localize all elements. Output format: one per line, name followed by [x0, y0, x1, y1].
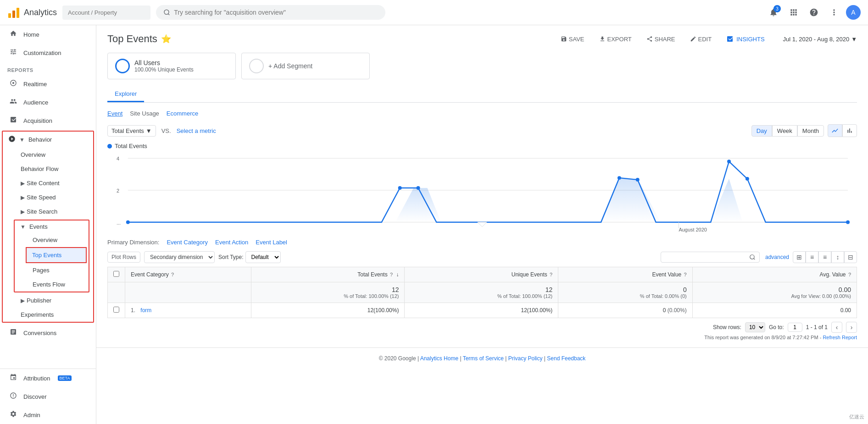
- all-users-segment[interactable]: All Users 100.00% Unique Events: [107, 53, 236, 79]
- col-checkbox[interactable]: [108, 267, 125, 282]
- search-bar: [156, 5, 385, 20]
- svg-text:August 2020: August 2020: [679, 227, 707, 232]
- feedback-link[interactable]: Send Feedback: [547, 355, 585, 362]
- save-button[interactable]: SAVE: [557, 33, 588, 45]
- sidebar-item-publisher[interactable]: ▶ Publisher: [3, 293, 93, 308]
- search-input[interactable]: [174, 9, 378, 16]
- day-btn[interactable]: Day: [751, 125, 772, 137]
- dim-event-label[interactable]: Event Label: [256, 239, 287, 246]
- sidebar-item-discover[interactable]: Discover: [0, 387, 96, 406]
- table-view-btn-1[interactable]: ⊞: [793, 251, 806, 263]
- prev-page-btn[interactable]: ‹: [831, 322, 842, 333]
- terms-link[interactable]: Terms of Service: [463, 355, 504, 362]
- table-view-btn-4[interactable]: ↕: [831, 251, 844, 263]
- sidebar-item-behavior[interactable]: ▼ Behavior: [3, 132, 93, 148]
- sort-type-select[interactable]: Default: [245, 251, 281, 263]
- sidebar-item-site-content[interactable]: ▶ Site Content: [3, 176, 93, 190]
- add-segment-button[interactable]: + Add Segment: [241, 53, 370, 79]
- plot-rows-button[interactable]: Plot Rows: [107, 252, 140, 263]
- sidebar-item-admin[interactable]: Admin: [0, 406, 96, 424]
- table-view-btn-2[interactable]: ≡: [806, 251, 818, 263]
- insights-button[interactable]: INSIGHTS: [723, 33, 768, 45]
- sidebar-item-acquisition[interactable]: Acquisition: [0, 111, 96, 130]
- line-chart-btn[interactable]: [828, 124, 842, 137]
- account-selector[interactable]: [62, 6, 150, 20]
- export-button[interactable]: EXPORT: [595, 33, 635, 45]
- help-button[interactable]: [806, 4, 822, 21]
- sidebar-item-events-overview[interactable]: Overview: [15, 233, 89, 247]
- chevron-down-icon: ▼: [19, 137, 25, 143]
- segment-circle: [115, 59, 130, 73]
- sidebar-item-behavior-flow[interactable]: Behavior Flow: [3, 162, 93, 176]
- save-icon: [561, 36, 567, 42]
- sidebar-item-home[interactable]: Home: [0, 25, 96, 44]
- svg-point-19: [727, 160, 731, 163]
- share-icon: [646, 36, 653, 42]
- col-total-events[interactable]: Total Events ? ↓: [251, 267, 405, 282]
- edit-button[interactable]: EDIT: [686, 33, 716, 45]
- sidebar-item-conversions[interactable]: Conversions: [0, 324, 96, 342]
- page-footer: © 2020 Google | Analytics Home | Terms o…: [96, 347, 868, 369]
- privacy-link[interactable]: Privacy Policy: [508, 355, 543, 362]
- form-link[interactable]: form: [140, 307, 151, 314]
- tab-explorer[interactable]: Explorer: [107, 87, 144, 102]
- sidebar-item-realtime[interactable]: Realtime: [0, 75, 96, 93]
- bar-chart-btn[interactable]: [842, 124, 857, 137]
- sidebar-item-audience[interactable]: Audience: [0, 93, 96, 111]
- segment-info: All Users 100.00% Unique Events: [134, 59, 194, 73]
- notifications-button[interactable]: 3: [765, 4, 782, 21]
- avatar[interactable]: A: [846, 5, 861, 20]
- dim-event-category[interactable]: Event Category: [167, 239, 208, 246]
- dim-event-action[interactable]: Event Action: [215, 239, 248, 246]
- svg-text:2: 2: [117, 188, 119, 193]
- col-event-category[interactable]: Event Category ?: [125, 267, 251, 282]
- sidebar-item-customization[interactable]: Customization: [0, 44, 96, 62]
- select-metric-link[interactable]: Select a metric: [177, 127, 216, 134]
- month-btn[interactable]: Month: [797, 125, 824, 137]
- sidebar-item-site-speed[interactable]: ▶ Site Speed: [3, 190, 93, 204]
- sidebar-item-behavior-overview[interactable]: Overview: [3, 148, 93, 162]
- watermark: 亿迷云: [849, 413, 864, 420]
- sidebar-item-experiments[interactable]: Experiments: [3, 308, 93, 322]
- svg-point-21: [846, 220, 850, 224]
- table-search-input[interactable]: [665, 254, 747, 260]
- date-range-picker[interactable]: Jul 1, 2020 - Aug 8, 2020 ▼: [783, 36, 857, 43]
- chart-legend: Total Events: [107, 143, 857, 149]
- advanced-link[interactable]: advanced: [765, 254, 789, 260]
- sidebar-item-events-flow[interactable]: Events Flow: [15, 277, 89, 292]
- sidebar-item-pages[interactable]: Pages: [15, 263, 89, 277]
- select-all-checkbox[interactable]: [113, 271, 119, 277]
- apps-button[interactable]: [785, 4, 802, 21]
- sidebar-item-events[interactable]: ▼ Events: [15, 220, 89, 233]
- col-avg-value[interactable]: Avg. Value ?: [692, 267, 857, 282]
- next-page-btn[interactable]: ›: [846, 322, 857, 333]
- sidebar-item-site-search[interactable]: ▶ Site Search: [3, 204, 93, 219]
- rows-per-page-select[interactable]: 10: [745, 322, 765, 332]
- share-button[interactable]: SHARE: [643, 33, 679, 45]
- more-button[interactable]: [826, 4, 842, 21]
- content-area: Top Events ⭐ SAVE EXPORT SHARE: [96, 25, 868, 424]
- secondary-dim-select[interactable]: Secondary dimension: [144, 251, 215, 263]
- sidebar-item-top-events[interactable]: Top Events: [26, 247, 87, 263]
- dim-tab-ecommerce[interactable]: Ecommerce: [167, 108, 198, 119]
- row-checkbox[interactable]: [108, 303, 125, 318]
- row-unique-events: 12(100.00%): [405, 303, 558, 318]
- main-layout: Home Customization REPORTS Realtime Audi…: [0, 25, 868, 424]
- week-btn[interactable]: Week: [772, 125, 797, 137]
- col-event-value[interactable]: Event Value ?: [558, 267, 692, 282]
- analytics-home-link[interactable]: Analytics Home: [420, 355, 458, 362]
- table-view-btn-5[interactable]: ⊟: [844, 251, 857, 263]
- goto-input[interactable]: [788, 323, 802, 332]
- dim-tab-site-usage[interactable]: Site Usage: [130, 108, 159, 119]
- refresh-report-link[interactable]: Refresh Report: [823, 335, 857, 340]
- col-unique-events[interactable]: Unique Events ?: [405, 267, 558, 282]
- segments-row: All Users 100.00% Unique Events + Add Se…: [107, 53, 857, 79]
- sort-type-row: Sort Type: Default: [218, 251, 280, 263]
- sidebar-item-attribution[interactable]: Attribution BETA: [0, 369, 96, 387]
- chevron-down-icon-2: ▼: [20, 224, 26, 230]
- metric-select[interactable]: Total Events ▼: [107, 125, 156, 137]
- dim-tab-event[interactable]: Event: [107, 108, 122, 119]
- table-search-icon[interactable]: [749, 254, 756, 260]
- more-vert-icon: [829, 8, 839, 17]
- table-view-btn-3[interactable]: ≡: [818, 251, 831, 263]
